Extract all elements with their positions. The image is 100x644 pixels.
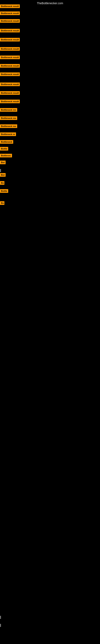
bottleneck-result-badge[interactable]: Bottle [0,189,8,193]
vertical-line [0,169,1,172]
bottleneck-result-badge[interactable]: Bo [0,181,4,185]
bottleneck-result-badge[interactable]: Bottleneck re [0,132,16,136]
bottleneck-badge-row: Bo [0,181,4,186]
bottleneck-result-badge[interactable]: Bottleneck result [0,19,20,23]
bottleneck-result-badge[interactable]: Bottleneck res [0,124,17,128]
bottleneck-badge-row: Bottleneck [0,140,13,144]
bottleneck-badge-row: Bottleneck result [0,82,20,87]
bottleneck-result-badge[interactable]: Bot [0,160,6,164]
bottleneck-badge-row: Bot [0,173,6,178]
bottleneck-badge-row: Bo [0,201,4,206]
bottleneck-result-badge[interactable]: Bottleneck result [0,4,20,8]
bottleneck-result-badge[interactable]: Bo [0,201,4,205]
bottleneck-result-badge[interactable]: Bottleneck [0,140,13,144]
bottleneck-badge-row: Bottleneck result [0,47,20,52]
vertical-line [0,616,1,619]
bottleneck-badge-row: Bottle [0,147,8,151]
bottleneck-result-badge[interactable]: Bottleneck result [0,100,20,103]
bottleneck-badge-row: Bottleneck re [0,132,16,137]
bottleneck-badge-row: Bottleneck result [0,29,20,33]
bottleneck-result-badge[interactable]: Bottleneck result [0,29,20,32]
bottleneck-badge-row: Bottleneck res [0,108,17,112]
bottleneck-badge-row: Bottleneck result [0,19,20,24]
bottleneck-badge-row: Bottleneck result [0,56,20,60]
bottleneck-result-badge[interactable]: Bottle [0,147,8,150]
bottleneck-result-badge[interactable]: Bottleneck result [0,47,20,51]
bottleneck-result-badge[interactable]: Bottleneck result [0,72,20,76]
bottleneck-badge-row: Bottleneck result [0,12,20,16]
bottleneck-badge-row: Bottleneck res [0,124,17,129]
bottleneck-result-badge[interactable]: Bottleneck res [0,108,17,112]
bottleneck-result-badge[interactable]: Bottlenec [0,154,12,158]
bottleneck-badge-row: Bottleneck result [0,38,20,42]
bottleneck-result-badge[interactable]: Bottleneck result [0,56,20,59]
bottleneck-badge-row: Bottlenec [0,154,12,158]
vertical-line [0,624,1,627]
bottleneck-badge-row: Bottle [0,189,8,194]
bottleneck-result-badge[interactable]: Bottleneck result [0,38,20,42]
bottleneck-result-badge[interactable]: Bottleneck result [0,82,20,86]
bottleneck-badge-row: Bottleneck result [0,91,20,96]
bottleneck-badge-row: Bottleneck result [0,64,20,68]
bottleneck-badge-row: Bottleneck result [0,100,20,104]
bottleneck-badge-row: Bottleneck res [0,116,17,121]
bottleneck-result-badge[interactable]: Bottleneck result [0,64,20,68]
bottleneck-result-badge[interactable]: Bottleneck result [0,12,20,15]
bottleneck-result-badge[interactable]: Bottleneck result [0,91,20,95]
bottleneck-badge-row: Bottleneck result [0,4,20,9]
bottleneck-result-badge[interactable]: Bottleneck res [0,116,17,120]
bottleneck-badge-row: Bottleneck result [0,72,20,77]
bottleneck-result-badge[interactable]: Bot [0,173,6,177]
bottleneck-badge-row: Bot [0,160,6,165]
